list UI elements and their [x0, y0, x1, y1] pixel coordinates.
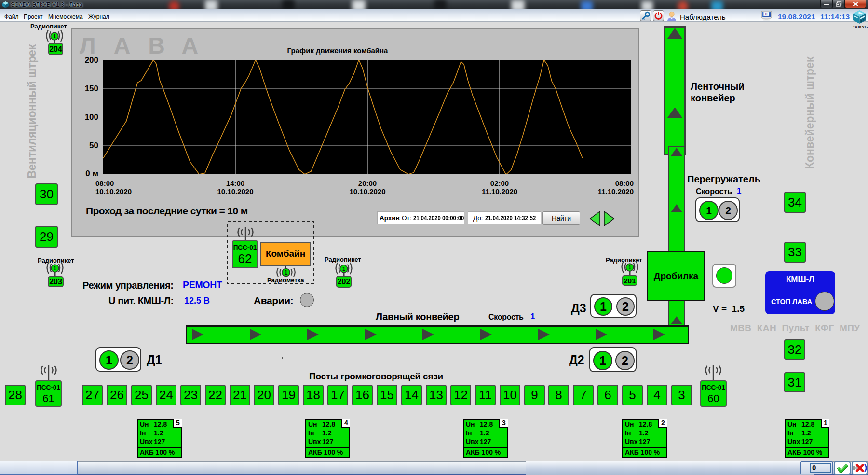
svg-text:1: 1 — [54, 265, 56, 271]
svg-text:0: 0 — [765, 12, 768, 16]
svg-text:1: 1 — [53, 33, 56, 39]
svg-text:1: 1 — [342, 266, 345, 272]
svg-text:1: 1 — [628, 265, 631, 270]
svg-text:1: 1 — [285, 269, 288, 276]
